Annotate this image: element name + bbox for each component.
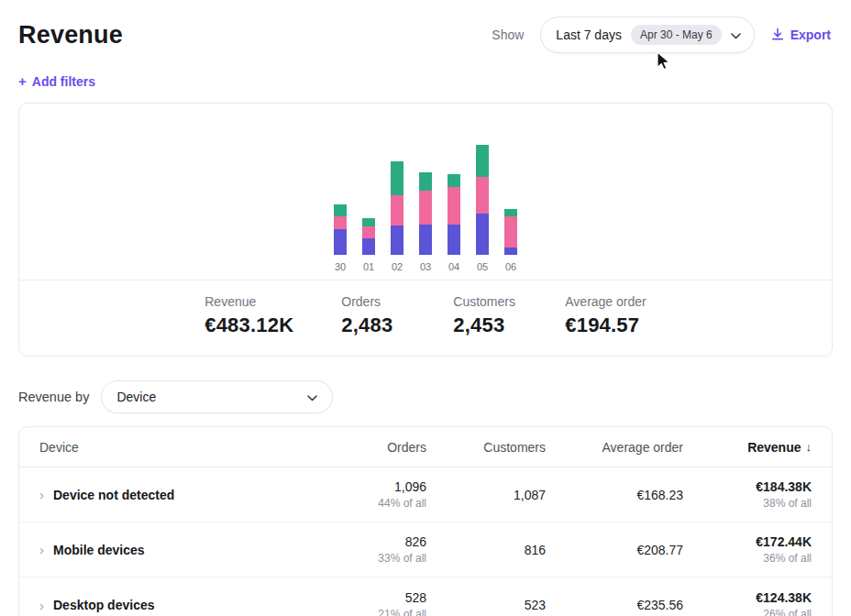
revenue-table-card: Device Orders Customers Average order Re… xyxy=(18,426,833,616)
bar-segment-green-top xyxy=(504,209,517,216)
dimension-selected-value: Device xyxy=(116,390,156,404)
device-cell: ›Device not detected xyxy=(39,488,298,502)
stat-customers: Customers 2,453 xyxy=(453,294,517,337)
stat-value: €483.12K xyxy=(204,314,293,337)
device-name: Device not detected xyxy=(53,488,174,502)
stat-average-order: Average order €194.57 xyxy=(565,294,646,337)
add-filters-label: Add filters xyxy=(32,74,95,89)
device-name: Mobile devices xyxy=(53,543,145,557)
bar-column-02[interactable]: 02 xyxy=(391,161,403,272)
date-range-dropdown[interactable]: Last 7 days Apr 30 - May 6 xyxy=(540,16,754,53)
revenue-cell-value: €124.38K xyxy=(683,590,812,605)
bar-segment-purple-bottom xyxy=(448,225,460,255)
bar-stack xyxy=(476,145,489,255)
stat-orders: Orders 2,483 xyxy=(341,294,405,337)
stat-label: Orders xyxy=(341,294,405,309)
bar-column-03[interactable]: 03 xyxy=(419,172,432,272)
average-order-cell-value: €168.23 xyxy=(546,488,683,502)
revenue-cell-value: €172.44K xyxy=(683,534,812,549)
stat-value: €194.57 xyxy=(565,314,646,337)
revenue-cell: €172.44K36% of all xyxy=(683,534,812,565)
revenue-cell: €184.38K38% of all xyxy=(683,479,812,510)
column-header-revenue[interactable]: Revenue ↓ xyxy=(683,440,812,455)
table-body: ›Device not detected1,09644% of all1,087… xyxy=(19,468,832,616)
bar-x-label: 05 xyxy=(477,261,488,272)
average-order-cell: €235.56 xyxy=(546,598,683,612)
average-order-cell-value: €208.77 xyxy=(546,543,683,557)
bar-x-label: 04 xyxy=(448,261,459,272)
bar-column-05[interactable]: 05 xyxy=(476,145,489,272)
column-header-revenue-label: Revenue xyxy=(747,440,801,455)
chevron-right-icon[interactable]: › xyxy=(39,543,44,556)
bar-stack xyxy=(391,161,403,255)
plus-icon: + xyxy=(18,73,27,89)
orders-cell: 52821% of all xyxy=(298,590,426,616)
customers-cell: 816 xyxy=(426,543,546,557)
export-button[interactable]: Export xyxy=(771,28,831,43)
customers-cell-value: 523 xyxy=(426,598,546,612)
bar-segment-pink-middle xyxy=(448,187,460,225)
date-range-badge: Apr 30 - May 6 xyxy=(631,25,722,45)
table-header-row: Device Orders Customers Average order Re… xyxy=(19,427,832,468)
revenue-by-section: Revenue by Device xyxy=(18,380,833,413)
bar-segment-green-top xyxy=(391,161,403,195)
mouse-cursor xyxy=(657,51,673,75)
bar-segment-pink-middle xyxy=(334,216,347,229)
bar-x-label: 02 xyxy=(392,261,403,272)
stat-label: Customers xyxy=(453,294,517,309)
orders-cell: 1,09644% of all xyxy=(298,479,426,510)
device-name: Desktop devices xyxy=(53,598,155,612)
revenue-cell-value: €184.38K xyxy=(683,479,812,494)
stat-label: Average order xyxy=(565,294,646,309)
revenue-chart-card: 30010203040506 Revenue €483.12K Orders 2… xyxy=(18,103,833,357)
bar-segment-pink-middle xyxy=(504,216,517,248)
sort-desc-icon: ↓ xyxy=(806,440,812,454)
download-icon xyxy=(771,28,784,43)
add-filters-button[interactable]: + Add filters xyxy=(18,73,95,89)
dimension-dropdown[interactable]: Device xyxy=(101,380,333,413)
chevron-right-icon[interactable]: › xyxy=(39,488,44,501)
page-title: Revenue xyxy=(18,21,123,50)
customers-cell: 1,087 xyxy=(426,488,546,502)
customers-cell: 523 xyxy=(426,598,546,612)
bar-column-30[interactable]: 30 xyxy=(334,204,347,272)
customers-cell-value: 816 xyxy=(426,543,546,557)
column-header-orders[interactable]: Orders xyxy=(298,440,426,455)
bar-segment-purple-bottom xyxy=(362,238,375,255)
bar-x-label: 30 xyxy=(335,261,346,272)
table-row[interactable]: ›Mobile devices82633% of all816€208.77€1… xyxy=(19,522,832,578)
bar-segment-purple-bottom xyxy=(391,226,403,255)
revenue-cell-percent: 36% of all xyxy=(683,552,812,565)
customers-cell-value: 1,087 xyxy=(426,488,546,502)
table-row[interactable]: ›Device not detected1,09644% of all1,087… xyxy=(19,468,832,522)
bar-segment-purple-bottom xyxy=(504,248,517,255)
column-header-device[interactable]: Device xyxy=(39,440,298,455)
bar-segment-green-top xyxy=(419,172,432,191)
bar-segment-pink-middle xyxy=(362,226,375,238)
bar-segment-pink-middle xyxy=(476,177,489,214)
summary-stats-row: Revenue €483.12K Orders 2,483 Customers … xyxy=(19,280,832,356)
table-row[interactable]: ›Desktop devices52821% of all523€235.56€… xyxy=(19,578,832,616)
average-order-cell: €168.23 xyxy=(546,488,683,502)
orders-cell-percent: 33% of all xyxy=(298,552,426,565)
bar-stack xyxy=(419,172,432,255)
bar-stack xyxy=(448,174,460,255)
average-order-cell: €208.77 xyxy=(546,543,683,557)
stat-label: Revenue xyxy=(204,294,293,309)
bar-column-06[interactable]: 06 xyxy=(504,209,517,272)
bar-segment-purple-bottom xyxy=(419,225,432,255)
export-label: Export xyxy=(790,28,831,42)
column-header-customers[interactable]: Customers xyxy=(426,440,546,455)
bar-column-01[interactable]: 01 xyxy=(362,218,375,272)
column-header-average-order[interactable]: Average order xyxy=(546,440,683,455)
header-controls: Show Last 7 days Apr 30 - May 6 Export xyxy=(492,16,831,53)
bar-segment-green-top xyxy=(362,218,375,226)
revenue-cell-percent: 38% of all xyxy=(683,497,812,510)
orders-cell-value: 826 xyxy=(298,534,426,549)
orders-cell-value: 528 xyxy=(298,590,426,605)
revenue-cell: €124.38K26% of all xyxy=(683,590,812,616)
orders-cell-percent: 21% of all xyxy=(298,608,426,616)
bar-segment-green-top xyxy=(448,174,460,187)
bar-column-04[interactable]: 04 xyxy=(448,174,460,272)
chevron-right-icon[interactable]: › xyxy=(39,599,44,612)
